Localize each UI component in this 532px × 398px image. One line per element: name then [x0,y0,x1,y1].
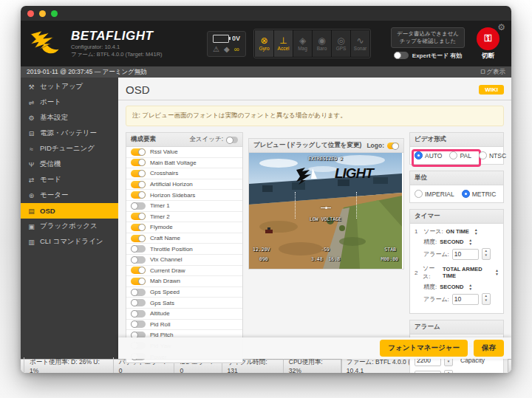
element-toggle-horizon-sidebars[interactable] [131,191,146,199]
element-toggle-altitude[interactable] [131,310,146,318]
element-toggle-flymode[interactable] [131,224,146,231]
timer-alarm-label: アラーム: [423,250,449,258]
timer-alarm-input[interactable] [452,294,479,305]
wiki-button[interactable]: WIKI [479,85,504,95]
osd-warning-text[interactable]: LOW VOLTAGE [310,216,341,222]
show-log-link[interactable]: ログ表示 [480,68,505,77]
timer-precision-select[interactable]: SECOND [440,284,463,290]
video-format-option-ntsc[interactable]: NTSC [479,151,506,159]
video-format-radio-ntsc[interactable] [479,151,487,159]
sidebar-item-label: 受信機 [40,159,61,169]
element-toggle-timer-2[interactable] [131,213,146,220]
osd-element-row: Current Draw [126,266,242,277]
video-format-panel: ビデオ形式 AUTOPALNTSC [409,132,504,165]
logo-toggle[interactable] [387,143,399,149]
timer-source-select[interactable]: TOTAL ARMED TIME [443,266,490,279]
font-manager-button[interactable]: フォントマネージャー [380,340,468,357]
disconnect-button[interactable]: ⚿ 切断 [477,27,499,61]
statusbar-segment: ポート使用率: D: 26% U: 1% [24,357,114,373]
element-toggle-gps-sats[interactable] [131,299,146,306]
element-toggle-crosshairs[interactable] [131,170,146,177]
sidebar-item-PIDチューニング[interactable]: ≈PIDチューニング [21,141,118,157]
sensor-label: Accel [278,46,290,51]
video-format-radio-auto[interactable] [415,151,423,159]
element-toggle-pid-roll[interactable] [131,320,146,328]
element-label: Mah Drawn [150,278,180,284]
element-label: Crosshairs [150,170,178,176]
units-radio-metric[interactable] [462,190,470,198]
sidebar-item-ブラックボックス[interactable]: ▣ブラックボックス [21,219,118,234]
stepper-control[interactable]: ▲▼ [444,370,453,373]
osd-current[interactable]: -59 [321,247,330,253]
osd-voltage[interactable]: 12.20V [253,247,270,253]
close-window-button[interactable] [27,10,34,17]
select-arrows-icon[interactable]: ▲▼ [474,228,478,235]
osd-logo-text[interactable]: LIGHT [335,165,373,182]
modes-icon: ⇄ [27,176,35,184]
stepper-control[interactable]: ▲▼ [482,248,491,260]
osd-horizon-sidebar-left[interactable] [295,192,296,219]
osd-heading[interactable]: 090 [259,256,268,262]
zoom-window-button[interactable] [51,10,58,17]
select-arrows-icon[interactable]: ▲▼ [468,239,472,245]
osd-timer[interactable]: M00:00 [381,256,398,262]
osd-battery-info[interactable]: 3.48 16.8 [311,256,340,262]
timer-alarm-input[interactable] [452,249,479,260]
timer-alarm-row: アラーム:▲▼ [423,248,499,260]
expert-mode-toggle[interactable] [394,52,409,59]
osd-logo-hawk[interactable] [295,167,320,186]
sidebar-item-モーター[interactable]: ⊛モーター [21,188,118,203]
elements-header: 構成要素 [131,135,156,144]
units-header: 単位 [415,174,427,182]
stepper-control[interactable]: ▲▼ [482,293,491,305]
units-option-metric[interactable]: METRIC [462,190,497,198]
settings-gear-icon[interactable]: ⚙ [497,22,505,32]
sidebar-item-OSD[interactable]: ▤OSD [21,203,118,219]
sidebar-item-電源・バッテリー[interactable]: ⊟電源・バッテリー [21,126,118,141]
element-toggle-main-batt-voltage[interactable] [131,159,146,166]
element-label: Gps Sats [150,300,174,306]
sidebar-item-基本設定[interactable]: ⚙基本設定 [21,110,118,126]
timer-alarm-label: アラーム: [423,295,449,303]
minimize-window-button[interactable] [39,10,46,17]
brand-logo: BETAFLIGHT Configurator: 10.4.1 ファーム: BT… [28,29,200,58]
element-toggle-current-draw[interactable] [131,267,146,274]
alarm-altitude-input[interactable] [415,371,441,374]
osd-craft-name[interactable]: EXTRESIZED 2 [308,156,343,162]
units-option-imperial[interactable]: IMPERIAL [415,190,454,198]
select-arrows-icon[interactable]: ▲▼ [495,269,499,275]
page-title: OSD [126,83,150,96]
sidebar-item-セットアップ[interactable]: ⚒セットアップ [21,79,118,95]
video-format-option-auto[interactable]: AUTO [415,151,442,159]
element-toggle-craft-name[interactable] [131,235,146,242]
osd-preview-canvas[interactable]: EXTRESIZED 2 LIGHT LOW VOLTAGE 12.20V -5… [249,153,402,269]
alarm-row-altitude: ▲▼Altitude [415,370,499,373]
select-arrows-icon[interactable]: ▲▼ [468,284,472,290]
flash-warning-chip: データ書込みできません チップを確認しました [391,27,465,48]
element-toggle-vtx-channel[interactable] [131,256,146,264]
usb-disconnect-icon: ⚿ [477,27,499,50]
sidebar-item-ポート[interactable]: ⇌ポート [21,95,118,110]
element-toggle-rssi-value[interactable] [131,148,146,156]
osd-flymode[interactable]: STAB [384,247,396,253]
element-toggle-throttle-position[interactable] [131,245,146,253]
units-radio-imperial[interactable] [415,190,423,198]
element-toggle-artificial-horizon[interactable] [131,181,146,188]
all-switch-toggle[interactable] [226,137,238,143]
video-format-option-pal[interactable]: PAL [449,151,471,159]
element-toggle-gps-speed[interactable] [131,289,146,296]
video-format-radio-pal[interactable] [449,151,457,159]
save-button[interactable]: 保存 [474,340,504,357]
content-area: OSD WIKI 注: プレビュー画面のフォントは実際のフォントと異なる場合があ… [118,78,511,359]
osd-element-row: Craft Name [126,233,242,244]
sidebar-item-受信機[interactable]: Ψ受信機 [21,157,118,172]
sidebar-item-CLI コマンドライン[interactable]: ▥CLI コマンドライン [21,234,118,250]
element-toggle-timer-1[interactable] [131,202,146,210]
element-toggle-mah-drawn[interactable] [131,278,146,285]
sidebar-item-モード[interactable]: ⇄モード [21,172,118,188]
timer-source-select[interactable]: ON TIME [446,228,469,235]
accel-sensor-icon: ⊥ [279,36,287,45]
timer-precision-select[interactable]: SECOND [440,239,463,245]
osd-horizon-sidebar-right[interactable] [356,192,357,219]
osd-crosshair[interactable] [321,207,331,208]
